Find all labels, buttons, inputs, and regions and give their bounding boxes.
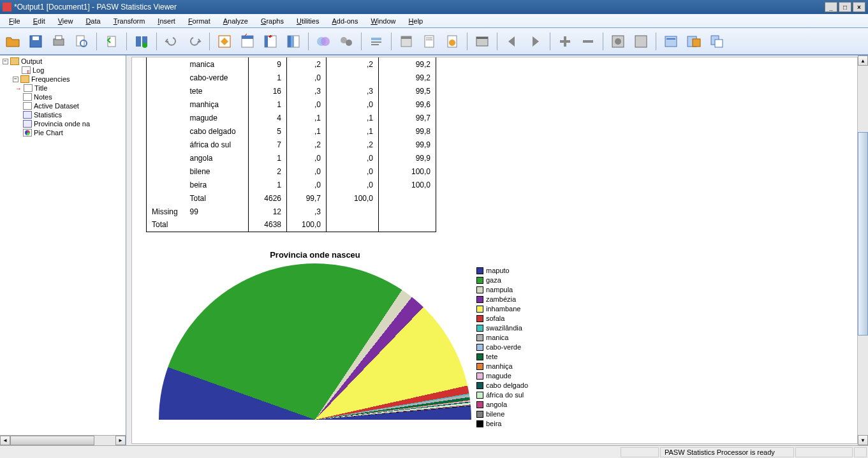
content-pane: manica9,2,299,2cabo-verde1,099,2tete16,3… [126, 55, 868, 445]
undo-icon[interactable] [161, 31, 182, 52]
tool-a-icon[interactable] [608, 31, 628, 52]
goto-variable-icon[interactable] [260, 31, 281, 52]
title-bar: *Output1 [Document1] - PASW Statistics V… [0, 0, 868, 14]
menu-insert[interactable]: Insert [151, 16, 182, 26]
scroll-down-icon[interactable]: ▼ [858, 435, 868, 445]
svg-rect-38 [665, 36, 677, 47]
svg-rect-27 [401, 36, 411, 39]
close-button[interactable]: × [853, 2, 865, 12]
menu-format[interactable]: Format [182, 16, 217, 26]
prev-icon[interactable] [502, 31, 522, 52]
goto-data-icon[interactable] [214, 31, 235, 52]
menu-utilities[interactable]: Utilities [290, 16, 325, 26]
svg-rect-39 [666, 38, 675, 40]
scroll-thumb[interactable] [858, 132, 868, 335]
legend-item: áfrica do sul [476, 390, 528, 400]
weight-icon[interactable] [336, 31, 357, 52]
insert-text-icon[interactable] [419, 31, 439, 52]
svg-rect-34 [476, 37, 488, 39]
tool-d-icon[interactable] [684, 31, 704, 52]
tree-output[interactable]: −Output [3, 57, 124, 66]
tool-b-icon[interactable] [631, 31, 651, 52]
export-icon[interactable] [101, 31, 122, 52]
svg-rect-3 [55, 36, 62, 40]
scroll-left-icon[interactable]: ◄ [0, 436, 10, 445]
menu-edit[interactable]: Edit [27, 16, 52, 26]
tree-item[interactable]: Notes [23, 92, 124, 101]
legend-item: sofala [476, 314, 528, 323]
variables-icon[interactable] [283, 31, 304, 52]
svg-rect-37 [635, 36, 647, 47]
legend-item: angola [476, 400, 528, 410]
outline-pane: −OutputLog−Frequencies→TitleNotesActive … [0, 55, 126, 445]
insert-title-icon[interactable] [396, 31, 416, 52]
maximize-button[interactable]: □ [839, 2, 851, 12]
legend-item: zambézia [476, 295, 528, 304]
menu-data[interactable]: Data [79, 16, 107, 26]
zoom-out-icon[interactable] [578, 31, 598, 52]
tree-item[interactable]: −Frequencies [13, 75, 124, 84]
legend-item: nampula [476, 285, 528, 295]
legend-item: manhiça [476, 362, 528, 371]
app-icon [3, 3, 11, 11]
designate-window-icon[interactable] [472, 31, 492, 52]
svg-rect-15 [265, 36, 268, 47]
legend-item: swazilândia [476, 323, 528, 333]
legend-item: beira [476, 419, 528, 429]
svg-rect-18 [291, 36, 294, 47]
print-icon[interactable] [48, 31, 69, 52]
svg-rect-43 [715, 40, 723, 47]
menu-add-ons[interactable]: Add-ons [325, 16, 364, 26]
menu-analyze[interactable]: Analyze [217, 16, 254, 26]
tree-item[interactable]: Active Dataset [23, 101, 124, 110]
tree-item[interactable]: →Title [23, 84, 124, 92]
chart-legend: maputogazanampulazambéziainhambanesofala… [476, 266, 528, 429]
scroll-thumb[interactable] [10, 436, 94, 445]
menu-bar: FileEditViewDataTransformInsertFormatAna… [0, 14, 868, 28]
status-ready: PASW Statistics Processor is ready [660, 447, 794, 457]
svg-rect-29 [426, 38, 432, 38]
tool-c-icon[interactable] [661, 31, 681, 52]
next-icon[interactable] [525, 31, 545, 52]
toolbar [0, 28, 868, 55]
select-cases-icon[interactable] [313, 31, 334, 52]
menu-transform[interactable]: Transform [107, 16, 152, 26]
legend-item: tete [476, 352, 528, 362]
save-icon[interactable] [26, 31, 46, 52]
svg-rect-24 [371, 41, 381, 43]
tree-item[interactable]: Statistics [23, 110, 124, 119]
legend-item: cabo delgado [476, 381, 528, 390]
svg-rect-28 [425, 36, 434, 47]
content-vscroll[interactable]: ▲ ▼ [858, 55, 868, 445]
zoom-in-icon[interactable] [555, 31, 575, 52]
svg-rect-25 [371, 44, 379, 45]
menu-window[interactable]: Window [364, 16, 402, 26]
tree-item[interactable]: Provincia onde na [23, 119, 124, 128]
goto-case-icon[interactable] [237, 31, 258, 52]
svg-point-32 [449, 40, 455, 46]
menu-view[interactable]: View [52, 16, 80, 26]
tree-item[interactable]: Pie Chart [23, 128, 124, 137]
chart-title: Provincia onde nasceu [159, 250, 471, 260]
insert-heading-icon[interactable] [366, 31, 386, 52]
svg-rect-17 [288, 36, 291, 47]
scroll-right-icon[interactable]: ► [115, 436, 126, 445]
svg-rect-23 [371, 38, 381, 40]
svg-rect-30 [426, 40, 432, 40]
legend-item: cabo-verde [476, 343, 528, 352]
minimize-button[interactable]: _ [825, 2, 837, 12]
outline-hscroll[interactable]: ◄ ► [0, 435, 126, 445]
menu-graphs[interactable]: Graphs [254, 16, 290, 26]
open-icon[interactable] [3, 31, 23, 52]
dialog-recall-icon[interactable] [131, 31, 152, 52]
redo-icon[interactable] [184, 31, 205, 52]
run-script-icon[interactable] [442, 31, 462, 52]
menu-help[interactable]: Help [402, 16, 430, 26]
tree-item[interactable]: Log [13, 66, 124, 75]
menu-file[interactable]: File [3, 16, 27, 26]
legend-item: maputo [476, 266, 528, 276]
frequency-table: manica9,2,299,2cabo-verde1,099,2tete16,3… [146, 57, 436, 232]
preview-icon[interactable] [71, 31, 92, 52]
scroll-up-icon[interactable]: ▲ [858, 55, 868, 66]
tool-e-icon[interactable] [707, 31, 727, 52]
